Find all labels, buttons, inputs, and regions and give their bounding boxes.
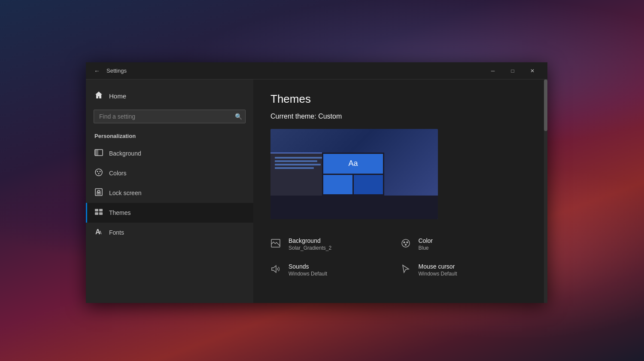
fonts-icon: A A	[94, 227, 103, 238]
svg-point-2	[95, 169, 102, 176]
sidebar-item-fonts[interactable]: A A Fonts	[86, 223, 253, 242]
preview-taskbar	[270, 196, 438, 219]
search-icon[interactable]: 🔍	[235, 113, 242, 120]
home-label: Home	[109, 92, 126, 100]
theme-detail-color[interactable]: Color Blue	[401, 231, 531, 257]
search-input[interactable]	[94, 110, 246, 123]
sidebar-section-label: Personalization	[86, 130, 253, 144]
titlebar-title: Settings	[106, 67, 127, 74]
sidebar: Home 🔍 Personalization Background	[86, 80, 253, 303]
svg-text:A: A	[99, 230, 102, 235]
detail-mouse-cursor-value: Windows Default	[419, 271, 457, 277]
preview-tile-area: Aa	[322, 153, 384, 196]
current-theme-label: Current theme: Custom	[270, 113, 530, 120]
detail-color-icon	[401, 238, 413, 251]
search-container: 🔍	[94, 110, 246, 123]
minimize-button[interactable]: ─	[483, 62, 503, 80]
preview-line	[275, 160, 317, 162]
preview-line	[275, 164, 321, 165]
svg-point-18	[407, 242, 408, 243]
window-body: Home 🔍 Personalization Background	[86, 80, 547, 303]
main-content: Themes Current theme: Custom Aa	[253, 80, 547, 303]
detail-background-text: Background Solar_Gradients_2	[289, 237, 331, 251]
sidebar-item-home[interactable]: Home	[86, 86, 253, 105]
back-button[interactable]: ←	[91, 65, 103, 77]
titlebar: ← Settings ─ □ ✕	[86, 62, 547, 80]
sidebar-item-label: Lock screen	[109, 190, 141, 196]
detail-color-label: Color	[419, 237, 433, 244]
detail-sounds-text: Sounds Windows Default	[289, 263, 327, 277]
preview-tile-aa: Aa	[323, 154, 383, 174]
svg-point-17	[404, 242, 405, 243]
theme-preview: Aa	[270, 129, 438, 219]
detail-background-value: Solar_Gradients_2	[289, 245, 331, 251]
svg-rect-11	[95, 212, 98, 215]
sidebar-item-themes[interactable]: Themes	[86, 203, 253, 223]
detail-mouse-cursor-label: Mouse cursor	[419, 263, 457, 270]
svg-point-4	[100, 171, 101, 172]
sidebar-item-lock-screen[interactable]: Lock screen	[86, 183, 253, 203]
sidebar-item-label: Colors	[109, 170, 126, 177]
sidebar-item-background[interactable]: Background	[86, 144, 253, 163]
preview-tile-1	[323, 175, 352, 195]
svg-rect-12	[99, 212, 103, 215]
svg-marker-20	[272, 266, 276, 272]
preview-tile-2	[354, 175, 383, 195]
detail-color-text: Color Blue	[419, 237, 433, 251]
page-title: Themes	[270, 92, 530, 106]
detail-sounds-value: Windows Default	[289, 271, 327, 277]
svg-point-16	[402, 239, 410, 247]
lock-screen-icon	[94, 188, 103, 198]
svg-rect-1	[95, 150, 98, 156]
themes-icon	[94, 208, 103, 218]
scrollbar-thumb[interactable]	[544, 80, 547, 131]
svg-point-19	[405, 244, 406, 245]
preview-line	[275, 157, 325, 159]
sidebar-item-colors[interactable]: Colors	[86, 163, 253, 183]
preview-line	[275, 167, 314, 169]
svg-rect-10	[99, 209, 103, 211]
detail-mouse-cursor-icon	[401, 264, 413, 276]
detail-sounds-icon	[270, 264, 283, 276]
theme-details-grid: Background Solar_Gradients_2	[270, 231, 530, 283]
sidebar-item-label: Background	[109, 150, 141, 157]
svg-rect-8	[97, 190, 100, 193]
theme-detail-mouse-cursor[interactable]: Mouse cursor Windows Default	[401, 257, 531, 283]
detail-background-icon	[270, 238, 283, 251]
detail-color-value: Blue	[419, 245, 433, 251]
close-button[interactable]: ✕	[522, 62, 542, 80]
theme-detail-sounds[interactable]: Sounds Windows Default	[270, 257, 401, 283]
maximize-button[interactable]: □	[503, 62, 522, 80]
svg-rect-9	[95, 209, 98, 211]
svg-rect-7	[97, 192, 101, 195]
colors-icon	[94, 168, 103, 178]
window-controls: ─ □ ✕	[483, 62, 542, 80]
svg-point-5	[98, 173, 100, 174]
detail-mouse-cursor-text: Mouse cursor Windows Default	[419, 263, 457, 277]
settings-window: ← Settings ─ □ ✕ Home 🔍	[86, 62, 547, 303]
sidebar-item-label: Fonts	[109, 229, 124, 236]
svg-point-3	[97, 171, 98, 172]
scrollbar-track	[544, 80, 547, 303]
theme-detail-background[interactable]: Background Solar_Gradients_2	[270, 231, 401, 257]
sidebar-item-label: Themes	[109, 209, 131, 216]
background-icon	[94, 148, 103, 159]
home-icon	[94, 91, 103, 101]
detail-background-label: Background	[289, 237, 331, 244]
detail-sounds-label: Sounds	[289, 263, 327, 270]
